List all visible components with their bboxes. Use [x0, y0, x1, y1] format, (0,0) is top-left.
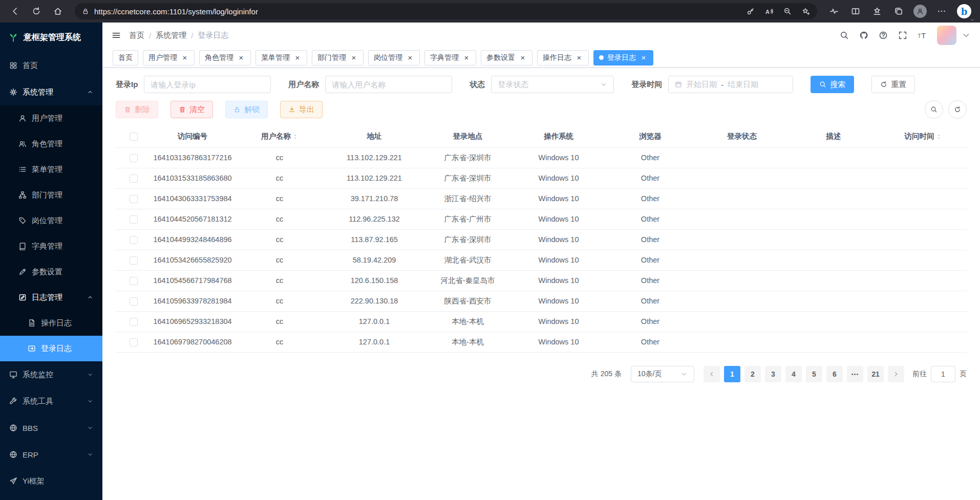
- sort-icon[interactable]: [936, 133, 942, 140]
- favorites-icon[interactable]: [867, 2, 887, 21]
- font-size-icon[interactable]: [918, 31, 927, 40]
- table-row[interactable]: 1641044993248464896 cc 113.87.92.165 广东省…: [116, 229, 967, 250]
- page-button-3[interactable]: 3: [765, 366, 781, 382]
- read-aloud-icon[interactable]: [765, 7, 773, 15]
- sidebar-item-role-mgmt[interactable]: 角色管理: [0, 131, 102, 157]
- address-bar[interactable]: https://ccnetcore.com:1101/system/log/lo…: [75, 3, 817, 19]
- sidebar-item-op-log[interactable]: 操作日志: [0, 310, 102, 336]
- sidebar-item-bbs[interactable]: BBS: [0, 415, 102, 441]
- sidebar-item-login-log[interactable]: 登录日志: [0, 336, 102, 361]
- refresh-table-button[interactable]: [948, 100, 967, 119]
- tab-role-mgmt[interactable]: 角色管理×: [199, 50, 251, 66]
- sidebar-item-user-mgmt[interactable]: 用户管理: [0, 105, 102, 131]
- sidebar-item-dict-mgmt[interactable]: 字典管理: [0, 233, 102, 259]
- page-button-21[interactable]: 21: [867, 366, 884, 382]
- copilot-button[interactable]: b: [953, 1, 975, 21]
- close-icon[interactable]: ×: [293, 54, 302, 62]
- reset-button[interactable]: 重置: [871, 76, 915, 93]
- end-date-placeholder[interactable]: 结束日期: [728, 80, 758, 90]
- close-icon[interactable]: ×: [575, 54, 583, 62]
- row-checkbox[interactable]: [130, 215, 138, 224]
- tab-dict-mgmt[interactable]: 字典管理×: [424, 50, 476, 66]
- avatar-caret-icon[interactable]: [962, 31, 971, 40]
- delete-button[interactable]: 删除: [116, 101, 158, 118]
- table-row[interactable]: 1641069798270046208 cc 127.0.0.1 本地-本机 W…: [116, 332, 967, 352]
- prev-page-button[interactable]: [704, 366, 720, 382]
- page-button-2[interactable]: 2: [744, 366, 761, 382]
- sidebar-item-dept-mgmt[interactable]: 部门管理: [0, 182, 102, 208]
- sidebar-item-param-settings[interactable]: 参数设置: [0, 259, 102, 285]
- page-button-6[interactable]: 6: [826, 366, 843, 382]
- browser-profile-button[interactable]: [910, 2, 930, 21]
- close-icon[interactable]: ×: [350, 54, 358, 62]
- tab-login-log[interactable]: 登录日志×: [593, 50, 653, 66]
- page-button-1[interactable]: 1: [724, 366, 740, 382]
- start-date-placeholder[interactable]: 开始日期: [686, 80, 717, 90]
- page-button-4[interactable]: 4: [785, 366, 802, 382]
- table-row[interactable]: 1641043063331753984 cc 39.171.210.78 浙江省…: [116, 188, 967, 209]
- browser-back-button[interactable]: [5, 2, 25, 21]
- tab-home[interactable]: 首页: [113, 50, 138, 66]
- github-icon[interactable]: [859, 31, 868, 40]
- login-time-range-picker[interactable]: 开始日期 - 结束日期: [668, 76, 793, 93]
- table-row[interactable]: 1641031533185863680 cc 113.102.129.221 广…: [116, 168, 967, 188]
- tab-menu-mgmt[interactable]: 菜单管理×: [255, 50, 307, 66]
- row-checkbox[interactable]: [130, 154, 138, 162]
- fullscreen-icon[interactable]: [898, 31, 907, 40]
- zoom-out-icon[interactable]: [783, 7, 792, 15]
- add-favorite-icon[interactable]: [802, 7, 810, 15]
- tab-param-settings[interactable]: 参数设置×: [481, 50, 532, 66]
- tab-user-mgmt[interactable]: 用户管理×: [143, 50, 195, 66]
- close-icon[interactable]: ×: [406, 54, 414, 62]
- password-key-icon[interactable]: [747, 7, 755, 15]
- tab-post-mgmt[interactable]: 岗位管理×: [368, 50, 420, 66]
- sidebar-item-post-mgmt[interactable]: 岗位管理: [0, 208, 102, 233]
- site-lock-icon[interactable]: [82, 8, 89, 15]
- sidebar-item-system-mgmt[interactable]: 系统管理: [0, 79, 102, 105]
- more-pages-button[interactable]: •••: [847, 366, 863, 382]
- url-text[interactable]: https://ccnetcore.com:1101/system/log/lo…: [94, 7, 258, 16]
- table-row[interactable]: 1641069652933218304 cc 127.0.0.1 本地-本机 W…: [116, 311, 967, 332]
- sidebar-item-yi-framework[interactable]: Yi框架: [0, 468, 102, 494]
- row-checkbox[interactable]: [130, 195, 138, 203]
- close-icon[interactable]: ×: [237, 54, 245, 62]
- sidebar-toggle-button[interactable]: [112, 31, 121, 40]
- table-row[interactable]: 1641044520567181312 cc 112.96.225.132 广东…: [116, 209, 967, 229]
- user-avatar[interactable]: [937, 26, 956, 45]
- app-logo[interactable]: 意框架管理系统: [0, 23, 102, 52]
- table-row[interactable]: 1641053426655825920 cc 58.19.42.209 湖北省-…: [116, 250, 967, 270]
- browser-home-button[interactable]: [48, 2, 68, 21]
- close-icon[interactable]: ×: [640, 54, 648, 62]
- browser-refresh-button[interactable]: [27, 2, 46, 21]
- row-checkbox[interactable]: [130, 318, 138, 326]
- toggle-search-button[interactable]: [925, 100, 943, 119]
- sidebar-item-log-mgmt[interactable]: 日志管理: [0, 285, 102, 310]
- export-button[interactable]: 导出: [280, 101, 323, 118]
- breadcrumb-home[interactable]: 首页: [129, 31, 144, 40]
- unlock-button[interactable]: 解锁: [225, 101, 268, 118]
- row-checkbox[interactable]: [130, 175, 138, 183]
- page-button-5[interactable]: 5: [806, 366, 822, 382]
- split-screen-icon[interactable]: [846, 2, 865, 21]
- browser-essentials-icon[interactable]: [824, 2, 844, 21]
- clear-button[interactable]: 清空: [171, 101, 213, 118]
- row-checkbox[interactable]: [130, 256, 138, 265]
- table-row[interactable]: 1641054566717984768 cc 120.6.150.158 河北省…: [116, 270, 967, 291]
- close-icon[interactable]: ×: [181, 54, 189, 62]
- next-page-button[interactable]: [888, 366, 904, 382]
- login-ip-input[interactable]: [144, 76, 271, 93]
- breadcrumb-system-mgmt[interactable]: 系统管理: [156, 31, 186, 40]
- select-all-checkbox[interactable]: [130, 133, 138, 141]
- user-name-input[interactable]: [325, 76, 452, 93]
- close-icon[interactable]: ×: [462, 54, 471, 62]
- table-row[interactable]: 1641059633978281984 cc 222.90.130.18 陕西省…: [116, 291, 967, 311]
- help-icon[interactable]: [879, 31, 888, 40]
- status-select[interactable]: 登录状态: [491, 76, 614, 93]
- search-icon[interactable]: [840, 31, 849, 40]
- row-checkbox[interactable]: [130, 277, 138, 285]
- table-row[interactable]: 1641031367863177216 cc 113.102.129.221 广…: [116, 147, 967, 168]
- collections-icon[interactable]: [889, 2, 908, 21]
- page-size-select[interactable]: 10条/页: [631, 366, 694, 382]
- sidebar-item-monitor[interactable]: 系统监控: [0, 361, 102, 388]
- sidebar-item-menu-mgmt[interactable]: 菜单管理: [0, 157, 102, 182]
